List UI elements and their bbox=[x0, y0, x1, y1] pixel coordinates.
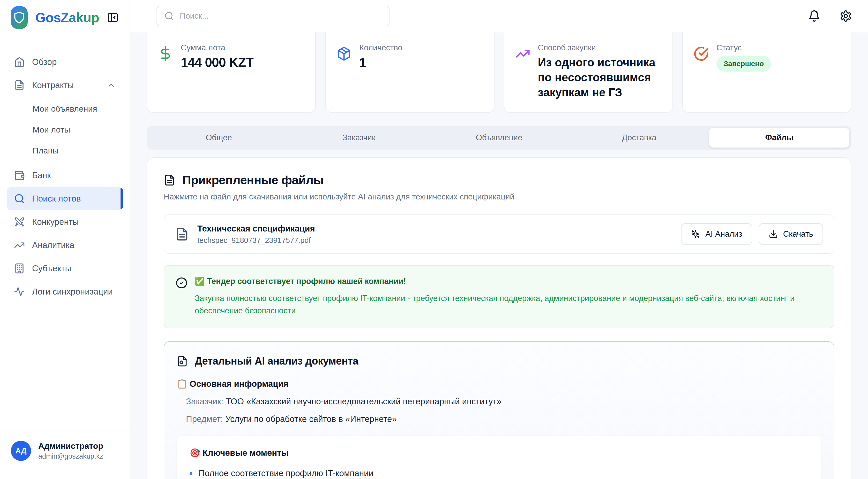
card-value: 1 bbox=[359, 55, 402, 70]
sidebar-item-overview[interactable]: Обзор bbox=[7, 50, 123, 74]
card-quantity: Количество 1 bbox=[325, 32, 494, 113]
download-button[interactable]: Скачать bbox=[759, 223, 823, 245]
sidebar-item-my-announcements[interactable]: Мои объявления bbox=[33, 98, 123, 119]
key-moments-card: 🎯 Ключевые моменты Полное соответствие п… bbox=[177, 436, 822, 479]
file-text-icon bbox=[14, 80, 25, 91]
alert-body: Закупка полностью соответствует профилю … bbox=[195, 292, 823, 317]
tab-customer[interactable]: Заказчик bbox=[289, 128, 429, 147]
sidebar-item-label: Логи синхронизации bbox=[32, 287, 113, 297]
key-moments-title: 🎯 Ключевые моменты bbox=[190, 448, 808, 458]
user-email: admin@goszakup.kz bbox=[38, 452, 103, 460]
download-icon bbox=[769, 230, 778, 239]
search-input[interactable] bbox=[180, 11, 382, 21]
sidebar-item-label: Субъекты bbox=[32, 264, 71, 273]
sidebar-item-sync-logs[interactable]: Логи синхронизации bbox=[7, 280, 123, 303]
app-logo bbox=[11, 6, 28, 29]
tab-general[interactable]: Общее bbox=[149, 128, 289, 147]
user-area[interactable]: АД Администратор admin@goszakup.kz bbox=[0, 430, 130, 479]
bullet-dot bbox=[190, 472, 192, 475]
download-label: Скачать bbox=[783, 230, 813, 239]
ai-analysis-box: Детальный AI анализ документа 📋 Основная… bbox=[164, 341, 834, 479]
file-title: Техническая спецификация bbox=[197, 224, 315, 234]
file-search-icon bbox=[177, 355, 188, 367]
files-section-subtitle: Нажмите на файл для скачивания или испол… bbox=[164, 192, 834, 202]
sidebar-item-label: Обзор bbox=[32, 57, 57, 67]
sidebar-item-competitors[interactable]: Конкуренты bbox=[7, 210, 123, 234]
gear-icon[interactable] bbox=[840, 10, 852, 22]
sidebar: GosZakup Обзор Контракты Мои объявления … bbox=[0, 0, 130, 479]
avatar: АД bbox=[11, 441, 31, 461]
field-label: Предмет: bbox=[186, 414, 223, 424]
sidebar-item-subjects[interactable]: Субъекты bbox=[7, 257, 123, 280]
activity-icon bbox=[14, 286, 25, 297]
tab-files[interactable]: Файлы bbox=[709, 128, 849, 147]
sparkles-icon bbox=[691, 230, 700, 239]
alert-title: ✅ Тендер соответствует профилю нашей ком… bbox=[195, 276, 823, 286]
card-lot-sum: Сумма лота 144 000 KZT bbox=[147, 32, 316, 113]
dollar-icon bbox=[158, 46, 173, 61]
ai-analysis-button[interactable]: AI Анализ bbox=[681, 223, 752, 245]
sidebar-item-contracts[interactable]: Контракты bbox=[7, 74, 123, 97]
topbar bbox=[130, 0, 868, 32]
field-value: Услуги по обработке сайтов в «Интернете» bbox=[225, 414, 397, 424]
card-label: Статус bbox=[716, 43, 771, 53]
ai-basic-info-title: 📋 Основная информация bbox=[177, 379, 822, 389]
sidebar-item-lot-search[interactable]: Поиск лотов bbox=[7, 187, 123, 210]
card-procurement-method: Способ закупки Из одного источника по не… bbox=[504, 32, 673, 113]
tab-announcement[interactable]: Объявление bbox=[429, 128, 569, 147]
search-icon bbox=[164, 11, 174, 21]
tab-delivery[interactable]: Доставка bbox=[569, 128, 709, 147]
field-value: ТОО «Казахский научно-исследовательский … bbox=[226, 397, 501, 406]
files-panel: Прикрепленные файлы Нажмите на файл для … bbox=[147, 157, 851, 479]
key-moments-list: Полное соответствие профилю IT-компании … bbox=[190, 465, 808, 479]
sidebar-item-label: Поиск лотов bbox=[32, 194, 81, 204]
detail-tabs: Общее Заказчик Объявление Доставка Файлы bbox=[147, 126, 851, 149]
profile-match-alert: ✅ Тендер соответствует профилю нашей ком… bbox=[164, 265, 834, 329]
wallet-icon bbox=[14, 170, 25, 181]
logo-row: GosZakup bbox=[0, 0, 130, 35]
home-icon bbox=[14, 57, 25, 67]
sidebar-item-my-lots[interactable]: Мои лоты bbox=[33, 119, 123, 140]
file-text-icon bbox=[175, 227, 189, 241]
content-scroll[interactable]: Сумма лота 144 000 KZT Количество 1 bbox=[130, 32, 868, 479]
sidebar-contracts-children: Мои объявления Мои лоты Планы bbox=[7, 97, 123, 164]
card-label: Количество bbox=[359, 43, 402, 53]
sidebar-item-label: Контракты bbox=[32, 80, 74, 90]
status-badge: Завершено bbox=[716, 56, 771, 72]
file-row[interactable]: Техническая спецификация techspec_918073… bbox=[164, 214, 834, 254]
trending-up-icon bbox=[515, 46, 530, 61]
sidebar-item-analytics[interactable]: Аналитика bbox=[7, 234, 123, 257]
user-name: Администратор bbox=[38, 441, 103, 451]
building-icon bbox=[14, 263, 25, 274]
swords-icon bbox=[14, 216, 25, 227]
files-section-title: Прикрепленные файлы bbox=[182, 173, 323, 187]
sidebar-item-label: Конкуренты bbox=[32, 217, 79, 227]
sidebar-item-label: Аналитика bbox=[32, 240, 74, 250]
ai-field-subject: Предмет: Услуги по обработке сайтов в «И… bbox=[186, 414, 822, 424]
sidebar-nav: Обзор Контракты Мои объявления Мои лоты … bbox=[0, 35, 130, 303]
list-item: Полное соответствие профилю IT-компании bbox=[190, 465, 808, 479]
card-label: Сумма лота bbox=[181, 43, 253, 53]
file-text-icon bbox=[164, 174, 176, 186]
card-status: Статус Завершено bbox=[682, 32, 851, 113]
topbar-icons bbox=[808, 10, 852, 22]
card-label: Способ закупки bbox=[538, 43, 661, 53]
chevron-up-icon bbox=[107, 81, 116, 90]
sidebar-item-bank[interactable]: Банк bbox=[7, 164, 123, 187]
sidebar-item-plans[interactable]: Планы bbox=[33, 140, 123, 161]
sidebar-collapse-icon[interactable] bbox=[107, 12, 119, 24]
circle-check-icon bbox=[176, 277, 187, 317]
bell-icon[interactable] bbox=[808, 10, 820, 22]
search-icon bbox=[14, 193, 25, 204]
check-circle-icon bbox=[694, 46, 709, 61]
field-label: Заказчик: bbox=[186, 397, 223, 406]
summary-cards: Сумма лота 144 000 KZT Количество 1 bbox=[147, 32, 851, 113]
package-icon bbox=[337, 46, 351, 61]
trending-up-icon bbox=[14, 240, 25, 251]
card-value: Из одного источника по несостоявшимся за… bbox=[538, 55, 661, 100]
ai-analysis-title: Детальный AI анализ документа bbox=[195, 355, 358, 367]
app-title: GosZakup bbox=[35, 10, 99, 25]
ai-field-customer: Заказчик: ТОО «Казахский научно-исследов… bbox=[186, 397, 822, 406]
shield-icon bbox=[13, 11, 26, 24]
global-search[interactable] bbox=[156, 6, 390, 26]
